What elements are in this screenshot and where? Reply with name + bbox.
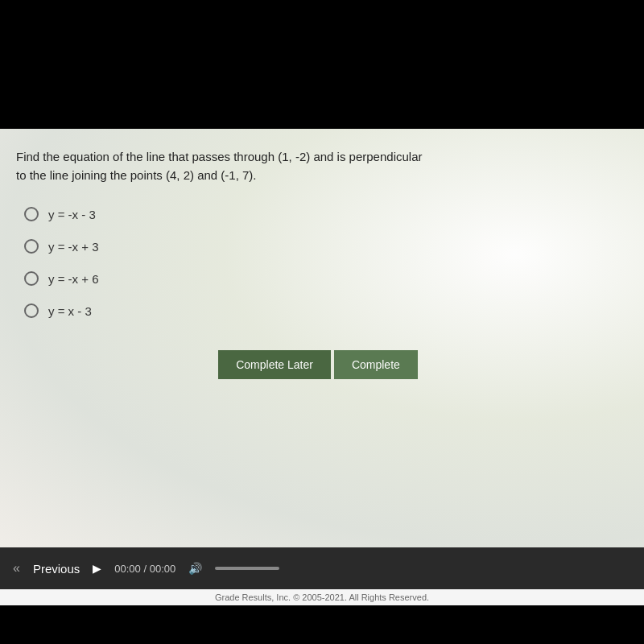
option-row-c[interactable]: y = -x + 6 bbox=[24, 271, 620, 286]
time-current: 00:00 bbox=[114, 563, 141, 575]
option-label-c: y = -x + 6 bbox=[48, 272, 99, 286]
question-text: Find the equation of the line that passe… bbox=[16, 148, 620, 184]
radio-d[interactable] bbox=[24, 303, 39, 318]
time-display: 00:00 / 00:00 bbox=[114, 563, 175, 575]
option-row-a[interactable]: y = -x - 3 bbox=[24, 207, 620, 221]
footer-text: Grade Results, Inc. © 2005-2021. All Rig… bbox=[215, 592, 429, 602]
question-line2: to the line joining the points (4, 2) an… bbox=[16, 168, 257, 182]
time-total: 00:00 bbox=[150, 563, 176, 575]
question-line1: Find the equation of the line that passe… bbox=[16, 150, 423, 163]
complete-later-button[interactable]: Complete Later bbox=[218, 350, 331, 379]
option-row-b[interactable]: y = -x + 3 bbox=[24, 239, 620, 254]
content-area: Find the equation of the line that passe… bbox=[0, 129, 644, 547]
option-label-a: y = -x - 3 bbox=[48, 208, 96, 221]
footer: Grade Results, Inc. © 2005-2021. All Rig… bbox=[0, 589, 644, 605]
bottom-bar: « Previous ▶ 00:00 / 00:00 🔊 bbox=[0, 547, 644, 589]
buttons-row: Complete Later Complete bbox=[16, 350, 620, 379]
progress-bar[interactable] bbox=[215, 567, 279, 570]
previous-button[interactable]: Previous bbox=[33, 562, 80, 576]
chevron-left-icon[interactable]: « bbox=[13, 561, 20, 576]
volume-icon[interactable]: 🔊 bbox=[188, 562, 202, 575]
option-label-b: y = -x + 3 bbox=[48, 240, 99, 254]
complete-button[interactable]: Complete bbox=[334, 350, 418, 379]
option-row-d[interactable]: y = x - 3 bbox=[24, 303, 620, 318]
time-separator: / bbox=[143, 563, 149, 575]
top-black-area bbox=[0, 0, 644, 129]
play-icon[interactable]: ▶ bbox=[93, 562, 101, 575]
option-label-d: y = x - 3 bbox=[48, 304, 92, 318]
options-container: y = -x - 3 y = -x + 3 y = -x + 6 y = x -… bbox=[24, 207, 620, 318]
radio-c[interactable] bbox=[24, 271, 39, 286]
radio-a[interactable] bbox=[24, 207, 39, 221]
radio-b[interactable] bbox=[24, 239, 39, 254]
